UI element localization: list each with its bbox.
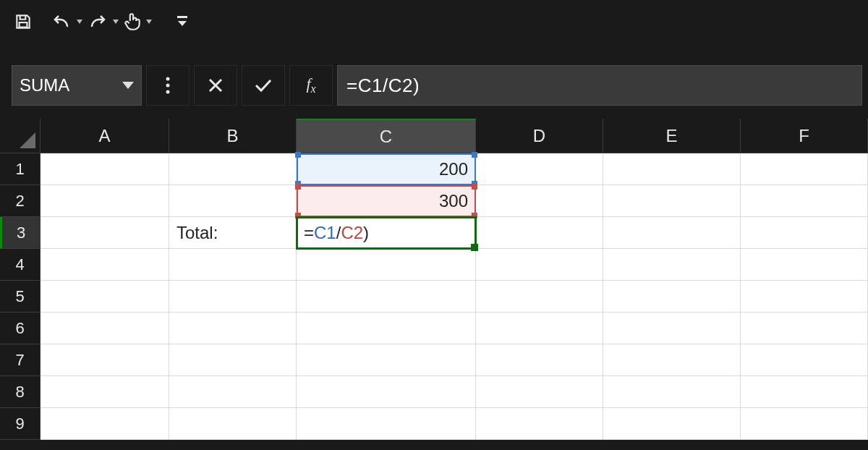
cancel-formula-button[interactable]	[194, 65, 237, 106]
select-all-cell[interactable]	[0, 119, 41, 153]
column-header-D[interactable]: D	[476, 119, 603, 153]
formula-bar-input[interactable]: =C1/C2)	[337, 65, 862, 106]
cell-A8[interactable]	[41, 376, 169, 408]
cell-C4[interactable]	[297, 249, 476, 281]
column-header-B[interactable]: B	[169, 119, 297, 153]
cell-A7[interactable]	[41, 344, 169, 376]
table-row	[41, 313, 868, 344]
cell-D5[interactable]	[476, 281, 603, 313]
cell-B7[interactable]	[169, 344, 297, 376]
cell-F5[interactable]	[741, 281, 868, 313]
save-icon	[14, 12, 33, 31]
cell-D1[interactable]	[476, 153, 603, 185]
row-header-6[interactable]: 6	[0, 313, 41, 344]
cell-D8[interactable]	[476, 376, 603, 408]
cells-area: 200 300 Total: =C1/C2)	[41, 153, 868, 440]
cell-F9[interactable]	[741, 408, 868, 440]
cell-A6[interactable]	[41, 313, 169, 344]
cell-E1[interactable]	[603, 153, 741, 185]
cell-F7[interactable]	[741, 344, 868, 376]
cell-D3[interactable]	[476, 217, 603, 249]
touch-icon	[123, 12, 142, 32]
cell-D6[interactable]	[476, 313, 603, 344]
cell-D7[interactable]	[476, 344, 603, 376]
insert-function-button[interactable]: fx	[289, 65, 333, 106]
cell-F3[interactable]	[741, 217, 868, 249]
cell-A3[interactable]	[41, 217, 169, 249]
table-row: 300	[41, 185, 868, 217]
undo-icon	[51, 13, 72, 30]
cell-C9[interactable]	[297, 408, 476, 440]
svg-rect-1	[177, 16, 187, 18]
row-header-2[interactable]: 2	[0, 185, 41, 217]
row-header-9[interactable]: 9	[0, 408, 41, 440]
cell-E4[interactable]	[603, 249, 741, 281]
column-header-E[interactable]: E	[603, 119, 741, 153]
cell-C8[interactable]	[297, 376, 476, 408]
svg-point-3	[166, 77, 170, 81]
cell-B2[interactable]	[169, 185, 297, 217]
cell-F4[interactable]	[741, 249, 868, 281]
cell-D2[interactable]	[476, 185, 603, 217]
table-row: 200	[41, 153, 868, 185]
cell-E2[interactable]	[603, 185, 741, 217]
cell-B6[interactable]	[169, 313, 297, 344]
chevron-down-icon	[146, 20, 152, 24]
cell-A4[interactable]	[41, 249, 169, 281]
column-header-C[interactable]: C	[297, 119, 476, 153]
formula-bar-text: =C1/C2)	[346, 75, 420, 97]
cell-C6[interactable]	[297, 313, 476, 344]
cell-C5[interactable]	[297, 281, 476, 313]
cell-F2[interactable]	[741, 185, 868, 217]
cell-F6[interactable]	[741, 313, 868, 344]
column-header-A[interactable]: A	[41, 119, 169, 153]
svg-marker-2	[178, 21, 187, 26]
cell-E5[interactable]	[603, 281, 741, 313]
touch-mode-button[interactable]	[123, 12, 152, 32]
cell-C1[interactable]: 200	[297, 153, 476, 185]
enter-formula-button[interactable]	[242, 65, 285, 106]
column-header-row: A B C D E F	[0, 119, 868, 153]
cell-D4[interactable]	[476, 249, 603, 281]
cell-A9[interactable]	[41, 408, 169, 440]
row-header-1[interactable]: 1	[0, 153, 41, 185]
cell-A1[interactable]	[41, 153, 169, 185]
formula-bar-row: SUMA fx =C1/C2)	[0, 65, 868, 106]
cell-C7[interactable]	[297, 344, 476, 376]
cell-E8[interactable]	[603, 376, 741, 408]
cell-E7[interactable]	[603, 344, 741, 376]
cell-E3[interactable]	[603, 217, 741, 249]
cell-E9[interactable]	[603, 408, 741, 440]
row-header-4[interactable]: 4	[0, 249, 41, 281]
cell-B5[interactable]	[169, 281, 297, 313]
table-row	[41, 249, 868, 281]
cell-C3[interactable]: =C1/C2)	[297, 217, 476, 249]
cell-D9[interactable]	[476, 408, 603, 440]
row-header-8[interactable]: 8	[0, 376, 41, 408]
redo-icon	[87, 13, 109, 30]
row-header-3[interactable]: 3	[0, 217, 41, 249]
cell-E6[interactable]	[603, 313, 741, 344]
chevron-down-icon	[77, 20, 82, 24]
column-header-F[interactable]: F	[741, 119, 868, 153]
cell-F1[interactable]	[741, 153, 868, 185]
undo-button[interactable]	[51, 13, 82, 30]
more-options-button[interactable]	[146, 65, 190, 106]
row-header-5[interactable]: 5	[0, 281, 41, 313]
customize-qat-button[interactable]	[169, 7, 195, 36]
row-header-7[interactable]: 7	[0, 344, 41, 376]
cell-B1[interactable]	[169, 153, 297, 185]
cell-B9[interactable]	[169, 408, 297, 440]
check-icon	[254, 77, 273, 93]
chevron-down-icon[interactable]	[122, 82, 134, 89]
cell-C2[interactable]: 300	[297, 185, 476, 217]
redo-button[interactable]	[87, 13, 119, 30]
cell-A2[interactable]	[41, 185, 169, 217]
cell-B8[interactable]	[169, 376, 297, 408]
cell-B3[interactable]: Total:	[169, 217, 297, 249]
cell-B4[interactable]	[169, 249, 297, 281]
name-box[interactable]: SUMA	[12, 65, 142, 106]
save-button[interactable]	[10, 7, 36, 36]
cell-F8[interactable]	[741, 376, 868, 408]
cell-A5[interactable]	[41, 281, 169, 313]
